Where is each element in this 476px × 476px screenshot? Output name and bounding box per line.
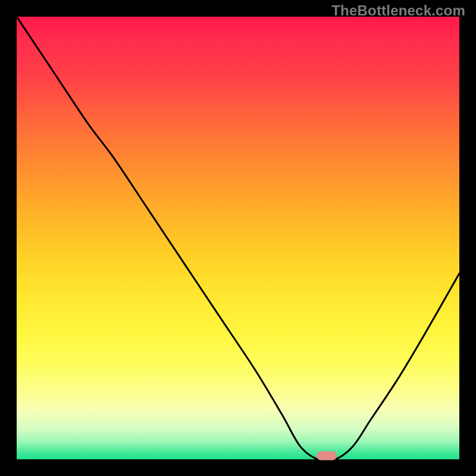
plot-area bbox=[17, 17, 459, 459]
chart-frame: TheBottleneck.com bbox=[0, 0, 476, 476]
optimal-marker bbox=[317, 452, 337, 461]
curve-svg bbox=[17, 17, 459, 459]
bottleneck-curve bbox=[17, 17, 459, 459]
